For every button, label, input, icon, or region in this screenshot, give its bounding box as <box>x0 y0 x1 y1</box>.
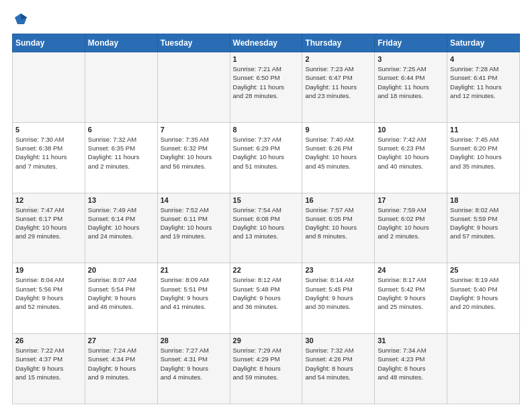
day-number: 7 <box>161 126 227 134</box>
day-info: Sunrise: 8:04 AM Sunset: 5:56 PM Dayligh… <box>15 275 82 311</box>
day-info: Sunrise: 7:54 AM Sunset: 6:08 PM Dayligh… <box>233 205 300 241</box>
header <box>12 12 520 27</box>
day-info: Sunrise: 8:17 AM Sunset: 5:42 PM Dayligh… <box>378 275 444 311</box>
calendar-cell: 2Sunrise: 7:23 AM Sunset: 6:47 PM Daylig… <box>302 52 375 123</box>
calendar-cell: 12Sunrise: 7:47 AM Sunset: 6:17 PM Dayli… <box>13 193 85 263</box>
calendar-cell: 25Sunrise: 8:19 AM Sunset: 5:40 PM Dayli… <box>447 263 520 334</box>
calendar-week-row: 1Sunrise: 7:21 AM Sunset: 6:50 PM Daylig… <box>13 52 520 123</box>
day-number: 22 <box>233 266 300 274</box>
weekday-header: Tuesday <box>157 34 230 52</box>
weekday-header: Thursday <box>302 34 375 52</box>
calendar-table: SundayMondayTuesdayWednesdayThursdayFrid… <box>12 34 520 404</box>
calendar-cell: 17Sunrise: 7:59 AM Sunset: 6:02 PM Dayli… <box>375 193 447 263</box>
calendar-cell: 5Sunrise: 7:30 AM Sunset: 6:38 PM Daylig… <box>13 122 85 193</box>
logo-flag-icon <box>13 12 28 27</box>
calendar-week-row: 26Sunrise: 7:22 AM Sunset: 4:37 PM Dayli… <box>13 334 520 404</box>
day-info: Sunrise: 7:40 AM Sunset: 6:26 PM Dayligh… <box>305 135 371 171</box>
day-number: 30 <box>305 336 371 345</box>
calendar-cell: 7Sunrise: 7:35 AM Sunset: 6:32 PM Daylig… <box>157 122 230 193</box>
weekday-header: Wednesday <box>230 34 302 52</box>
day-number: 20 <box>88 266 154 274</box>
day-info: Sunrise: 7:47 AM Sunset: 6:17 PM Dayligh… <box>15 205 82 241</box>
day-info: Sunrise: 7:22 AM Sunset: 4:37 PM Dayligh… <box>15 346 82 381</box>
calendar-cell: 18Sunrise: 8:02 AM Sunset: 5:59 PM Dayli… <box>447 193 520 263</box>
weekday-header: Monday <box>85 34 157 52</box>
day-info: Sunrise: 7:37 AM Sunset: 6:29 PM Dayligh… <box>233 135 300 171</box>
day-info: Sunrise: 8:14 AM Sunset: 5:45 PM Dayligh… <box>305 275 371 311</box>
day-number: 6 <box>88 126 154 134</box>
calendar-cell: 31Sunrise: 7:34 AM Sunset: 4:23 PM Dayli… <box>375 334 447 404</box>
calendar-cell: 3Sunrise: 7:25 AM Sunset: 6:44 PM Daylig… <box>375 52 447 123</box>
day-info: Sunrise: 7:21 AM Sunset: 6:50 PM Dayligh… <box>233 64 300 100</box>
calendar-cell: 13Sunrise: 7:49 AM Sunset: 6:14 PM Dayli… <box>85 193 157 263</box>
day-info: Sunrise: 7:49 AM Sunset: 6:14 PM Dayligh… <box>88 205 154 241</box>
day-number: 24 <box>378 266 444 274</box>
calendar-cell: 22Sunrise: 8:12 AM Sunset: 5:48 PM Dayli… <box>230 263 302 334</box>
day-number: 14 <box>161 196 227 204</box>
day-info: Sunrise: 8:09 AM Sunset: 5:51 PM Dayligh… <box>161 275 227 311</box>
day-number: 17 <box>378 196 444 204</box>
calendar-cell: 16Sunrise: 7:57 AM Sunset: 6:05 PM Dayli… <box>302 193 375 263</box>
day-info: Sunrise: 7:28 AM Sunset: 6:41 PM Dayligh… <box>450 64 517 100</box>
day-number: 3 <box>378 55 444 63</box>
calendar-cell: 15Sunrise: 7:54 AM Sunset: 6:08 PM Dayli… <box>230 193 302 263</box>
calendar-cell: 29Sunrise: 7:29 AM Sunset: 4:29 PM Dayli… <box>230 334 302 404</box>
day-info: Sunrise: 7:29 AM Sunset: 4:29 PM Dayligh… <box>233 346 300 381</box>
day-number: 26 <box>15 336 82 345</box>
day-number: 23 <box>305 266 371 274</box>
day-info: Sunrise: 7:59 AM Sunset: 6:02 PM Dayligh… <box>378 205 444 241</box>
calendar-cell <box>85 52 157 123</box>
day-number: 19 <box>15 266 82 274</box>
day-info: Sunrise: 8:19 AM Sunset: 5:40 PM Dayligh… <box>450 275 517 311</box>
calendar-week-row: 5Sunrise: 7:30 AM Sunset: 6:38 PM Daylig… <box>13 122 520 193</box>
day-info: Sunrise: 7:42 AM Sunset: 6:23 PM Dayligh… <box>378 135 444 171</box>
day-number: 21 <box>161 266 227 274</box>
day-number: 12 <box>15 196 82 204</box>
calendar-week-row: 19Sunrise: 8:04 AM Sunset: 5:56 PM Dayli… <box>13 263 520 334</box>
day-number: 2 <box>305 55 371 63</box>
calendar-cell <box>13 52 85 123</box>
calendar-cell: 8Sunrise: 7:37 AM Sunset: 6:29 PM Daylig… <box>230 122 302 193</box>
day-info: Sunrise: 7:57 AM Sunset: 6:05 PM Dayligh… <box>305 205 371 241</box>
day-info: Sunrise: 7:32 AM Sunset: 6:35 PM Dayligh… <box>88 135 154 171</box>
day-number: 1 <box>233 55 300 63</box>
day-number: 4 <box>450 55 517 63</box>
day-number: 16 <box>305 196 371 204</box>
calendar-cell: 19Sunrise: 8:04 AM Sunset: 5:56 PM Dayli… <box>13 263 85 334</box>
calendar-cell: 4Sunrise: 7:28 AM Sunset: 6:41 PM Daylig… <box>447 52 520 123</box>
day-number: 8 <box>233 126 300 134</box>
calendar-cell: 6Sunrise: 7:32 AM Sunset: 6:35 PM Daylig… <box>85 122 157 193</box>
calendar-cell: 14Sunrise: 7:52 AM Sunset: 6:11 PM Dayli… <box>157 193 230 263</box>
weekday-header: Saturday <box>447 34 520 52</box>
day-number: 25 <box>450 266 517 274</box>
calendar-cell: 21Sunrise: 8:09 AM Sunset: 5:51 PM Dayli… <box>157 263 230 334</box>
page: SundayMondayTuesdayWednesdayThursdayFrid… <box>0 0 532 411</box>
calendar-cell: 1Sunrise: 7:21 AM Sunset: 6:50 PM Daylig… <box>230 52 302 123</box>
day-info: Sunrise: 7:23 AM Sunset: 6:47 PM Dayligh… <box>305 64 371 100</box>
day-info: Sunrise: 8:07 AM Sunset: 5:54 PM Dayligh… <box>88 275 154 311</box>
calendar-cell: 11Sunrise: 7:45 AM Sunset: 6:20 PM Dayli… <box>447 122 520 193</box>
day-info: Sunrise: 7:45 AM Sunset: 6:20 PM Dayligh… <box>450 135 517 171</box>
day-number: 28 <box>161 336 227 345</box>
day-number: 31 <box>378 336 444 345</box>
calendar-cell: 28Sunrise: 7:27 AM Sunset: 4:31 PM Dayli… <box>157 334 230 404</box>
calendar-cell: 24Sunrise: 8:17 AM Sunset: 5:42 PM Dayli… <box>375 263 447 334</box>
day-number: 15 <box>233 196 300 204</box>
weekday-header-row: SundayMondayTuesdayWednesdayThursdayFrid… <box>13 34 520 52</box>
day-info: Sunrise: 8:12 AM Sunset: 5:48 PM Dayligh… <box>233 275 300 311</box>
day-number: 9 <box>305 126 371 134</box>
day-info: Sunrise: 7:32 AM Sunset: 4:26 PM Dayligh… <box>305 346 371 381</box>
day-info: Sunrise: 7:25 AM Sunset: 6:44 PM Dayligh… <box>378 64 444 100</box>
calendar-week-row: 12Sunrise: 7:47 AM Sunset: 6:17 PM Dayli… <box>13 193 520 263</box>
calendar-cell <box>157 52 230 123</box>
calendar-cell: 23Sunrise: 8:14 AM Sunset: 5:45 PM Dayli… <box>302 263 375 334</box>
calendar-cell <box>447 334 520 404</box>
day-info: Sunrise: 8:02 AM Sunset: 5:59 PM Dayligh… <box>450 205 517 241</box>
day-number: 5 <box>15 126 82 134</box>
calendar-cell: 26Sunrise: 7:22 AM Sunset: 4:37 PM Dayli… <box>13 334 85 404</box>
day-number: 27 <box>88 336 154 345</box>
day-number: 18 <box>450 196 517 204</box>
day-info: Sunrise: 7:52 AM Sunset: 6:11 PM Dayligh… <box>161 205 227 241</box>
day-info: Sunrise: 7:24 AM Sunset: 4:34 PM Dayligh… <box>88 346 154 381</box>
calendar-cell: 30Sunrise: 7:32 AM Sunset: 4:26 PM Dayli… <box>302 334 375 404</box>
